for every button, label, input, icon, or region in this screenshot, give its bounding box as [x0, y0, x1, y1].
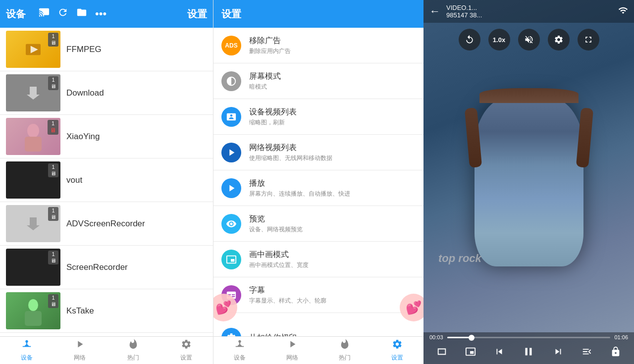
- settings-nav-hot[interactable]: 热门: [318, 337, 371, 364]
- settings-nav-hot-icon: [339, 339, 350, 353]
- preview-text: 预览 设备、网络视频预览: [249, 214, 416, 234]
- device-item-xiaoying[interactable]: 1 🖥 XiaoYing: [0, 115, 213, 158]
- settings-item-play[interactable]: 播放 屏幕方向、连续播放、自动播放、快进: [213, 170, 423, 206]
- nav-devices[interactable]: 设备: [0, 337, 53, 364]
- play-icon-wrap: [221, 178, 241, 198]
- network-video-sub: 使用缩略图、无线网和移动数据: [249, 154, 416, 162]
- settings-nav-hot-label: 热门: [339, 354, 351, 362]
- nav-network[interactable]: 网络: [53, 337, 107, 364]
- video-wifi-icon: [618, 5, 628, 18]
- video-bottom-controls: 00:03 01:06: [423, 332, 634, 364]
- lock-button[interactable]: [606, 344, 625, 359]
- refresh-icon[interactable]: [57, 7, 68, 21]
- settings-nav-settings[interactable]: 设置: [371, 337, 423, 364]
- play-sub: 屏幕方向、连续播放、自动播放、快进: [249, 190, 416, 198]
- video-title-wrap: VIDEO.1... 985147 38...: [446, 4, 612, 19]
- left-top-bar: 设备 ••• 设置: [0, 0, 213, 28]
- device-item-adv[interactable]: 1 🖥 ADVScreenRecorder: [0, 202, 213, 246]
- device-item-ffmpeg[interactable]: 1 🖥 FFMPEG: [0, 28, 213, 71]
- svg-marker-2: [27, 87, 40, 100]
- settings-nav-devices[interactable]: 设备: [213, 337, 266, 364]
- device-name-screenrecorder: ScreenRecorder: [66, 262, 128, 272]
- floating-heart-right: 💕: [399, 293, 423, 322]
- pip-icon-wrap: [221, 250, 241, 269]
- device-list: 1 🖥 FFMPEG 1 🖥 Download: [0, 28, 213, 336]
- device-count: 1 🖥: [48, 33, 58, 47]
- device-name-download: Download: [66, 88, 104, 98]
- playlist-button[interactable]: [578, 344, 596, 359]
- progress-fill: [447, 337, 472, 338]
- device-count-download: 1 🖥: [48, 76, 58, 90]
- nav-settings-left[interactable]: 设置: [160, 337, 213, 364]
- mute-button[interactable]: [518, 29, 540, 51]
- settings-item-pip[interactable]: 画中画模式 画中画模式位置、宽度: [213, 242, 423, 277]
- pip-video-button[interactable]: [461, 344, 480, 359]
- settings-panel-title: 设置: [221, 7, 241, 21]
- left-panel: 设备 ••• 设置 1 🖥 FFMPEG: [0, 0, 213, 364]
- device-thumb-screenrecorder: 1 🖥: [6, 249, 60, 286]
- device-thumb-vout: 1 🖥: [6, 161, 60, 199]
- device-count-vout: 1 🖥: [48, 163, 58, 177]
- preview-main: 预览: [249, 214, 416, 224]
- video-controls-bottom: [427, 343, 630, 360]
- nav-devices-label: 设备: [21, 354, 33, 362]
- svg-point-6: [28, 299, 38, 311]
- device-video-text: 设备视频列表 缩略图，刷新: [249, 107, 416, 127]
- settings-nav-network[interactable]: 网络: [266, 337, 318, 364]
- settings-item-screen[interactable]: 屏幕模式 暗模式: [213, 63, 423, 99]
- settings-panel: 设置 ADS 移除广告 删除应用内广告 屏幕模式 暗模式: [213, 0, 423, 364]
- subtitle-main: 字幕: [249, 285, 416, 296]
- device-video-sub: 缩略图，刷新: [249, 118, 416, 127]
- settings-nav-network-icon: [287, 339, 298, 353]
- settings-list: ADS 移除广告 删除应用内广告 屏幕模式 暗模式 设备视频列表: [213, 28, 423, 336]
- next-button[interactable]: [549, 344, 568, 359]
- more-icon[interactable]: •••: [95, 7, 106, 20]
- fullscreen-button[interactable]: [578, 29, 599, 51]
- video-title: VIDEO.1...: [446, 4, 612, 11]
- progress-dot[interactable]: [469, 335, 475, 341]
- device-video-main: 设备视频列表: [249, 107, 416, 117]
- previous-button[interactable]: [490, 344, 509, 359]
- screen-sub: 暗模式: [249, 83, 416, 91]
- preview-sub: 设备、网络视频预览: [249, 225, 416, 234]
- screen-main: 屏幕模式: [249, 71, 416, 82]
- network-video-main: 网络视频列表: [249, 143, 416, 153]
- ads-icon-wrap: ADS: [221, 36, 241, 55]
- replay-button[interactable]: [459, 29, 480, 51]
- network-video-icon-wrap: [221, 143, 241, 162]
- device-thumb-xiaoying: 1 🖥: [6, 118, 60, 155]
- settings-nav-devices-icon: [234, 339, 245, 353]
- settings-nav-icon-left: [181, 339, 192, 353]
- video-back-button[interactable]: ←: [429, 5, 440, 18]
- settings-item-ads[interactable]: ADS 移除广告 删除应用内广告: [213, 28, 423, 63]
- device-item-vout[interactable]: 1 🖥 vout: [0, 158, 213, 202]
- svg-rect-4: [25, 137, 42, 152]
- device-item-download[interactable]: 1 🖥 Download: [0, 71, 213, 115]
- settings-item-network-video[interactable]: 网络视频列表 使用缩略图、无线网和移动数据: [213, 135, 423, 170]
- cast-icon[interactable]: [39, 7, 50, 21]
- play-main: 播放: [249, 178, 416, 189]
- settings-item-preview[interactable]: 预览 设备、网络视频预览: [213, 206, 423, 242]
- speed-button[interactable]: 1.0x: [488, 29, 510, 51]
- video-settings-button[interactable]: [548, 29, 570, 51]
- video-top-bar: ← VIDEO.1... 985147 38...: [423, 0, 634, 23]
- aspect-ratio-button[interactable]: [432, 344, 451, 359]
- settings-nav-devices-label: 设备: [234, 354, 246, 362]
- current-time: 00:03: [429, 334, 444, 340]
- device-item-screenrecorder[interactable]: 1 🖥 ScreenRecorder: [0, 246, 213, 289]
- floating-heart-left: 💕: [213, 293, 238, 322]
- pause-button[interactable]: [518, 343, 539, 360]
- device-item-kstake[interactable]: 1 🖥 KsTake: [0, 289, 213, 333]
- settings-nav-settings-label: 设置: [391, 354, 403, 362]
- settings-item-device-video[interactable]: 设备视频列表 缩略图，刷新: [213, 99, 423, 135]
- settings-item-subtitle[interactable]: 字幕 字幕显示、样式、大小、轮廓 💕 💕: [213, 277, 423, 313]
- ads-main: 移除广告: [249, 36, 416, 46]
- progress-track[interactable]: [447, 337, 610, 338]
- settings-nav-network-label: 网络: [286, 354, 298, 362]
- play-text: 播放 屏幕方向、连续播放、自动播放、快进: [249, 178, 416, 198]
- nav-hot[interactable]: 热门: [106, 337, 160, 364]
- device-count-xiaoying: 1 🖥: [48, 120, 58, 135]
- settings-item-other[interactable]: 从如给你切印: [213, 313, 423, 336]
- settings-nav-settings-icon: [392, 339, 403, 353]
- folder-icon[interactable]: [76, 7, 87, 21]
